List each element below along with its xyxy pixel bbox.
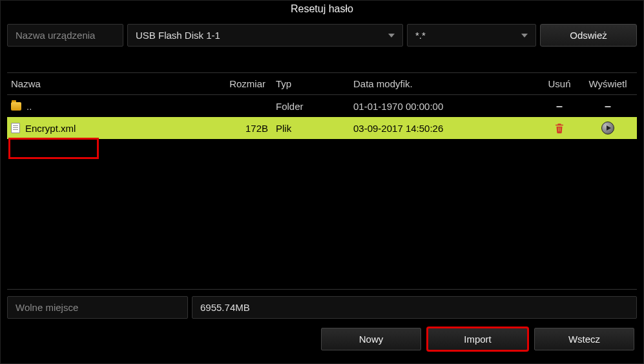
dialog-title: Resetuj hasło: [1, 1, 643, 20]
refresh-button[interactable]: Odswież: [540, 24, 637, 47]
dash-icon: –: [605, 100, 611, 113]
free-space-label: Wolne miejsce: [7, 296, 188, 319]
table-body: .. Folder 01-01-1970 00:00:00 – – Encryp…: [7, 95, 637, 289]
cell-type: Folder: [272, 98, 349, 114]
toolbar: Nazwa urządzenia USB Flash Disk 1-1 *.* …: [1, 20, 643, 50]
free-space-value: 6955.74MB: [192, 296, 637, 319]
col-type[interactable]: Typ: [272, 76, 349, 92]
col-name[interactable]: Nazwa: [7, 76, 201, 92]
back-button[interactable]: Wstecz: [534, 328, 634, 350]
file-filter-dropdown[interactable]: *.*: [407, 24, 536, 47]
col-date[interactable]: Data modyfik.: [349, 76, 537, 92]
chevron-down-icon: [521, 34, 528, 37]
cell-date: 01-01-1970 00:00:00: [349, 98, 537, 114]
play-icon[interactable]: [601, 122, 614, 134]
col-size[interactable]: Rozmiar: [201, 76, 272, 92]
folder-up-icon: [11, 102, 21, 111]
trash-icon[interactable]: [554, 122, 565, 134]
import-button[interactable]: Import: [428, 328, 528, 350]
file-icon: [11, 123, 20, 133]
free-space-row: Wolne miejsce 6955.74MB: [7, 289, 637, 319]
cell-name: Encrypt.xml: [25, 123, 76, 134]
device-dropdown-value: USB Flash Disk 1-1: [136, 30, 220, 41]
cell-size: 172B: [201, 120, 272, 136]
table-header: Nazwa Rozmiar Typ Data modyfik. Usuń Wyś…: [7, 73, 637, 95]
table-row-parent[interactable]: .. Folder 01-01-1970 00:00:00 – –: [7, 95, 637, 117]
file-table: Nazwa Rozmiar Typ Data modyfik. Usuń Wyś…: [7, 72, 637, 289]
table-row-selected[interactable]: Encrypt.xml 172B Plik 03-09-2017 14:50:2…: [7, 117, 637, 139]
footer-buttons: Nowy Import Wstecz: [1, 325, 643, 357]
col-view[interactable]: Wyświetl: [582, 76, 634, 92]
new-button[interactable]: Nowy: [321, 328, 421, 350]
chevron-down-icon: [388, 34, 395, 37]
cell-name: ..: [26, 101, 32, 112]
cell-date: 03-09-2017 14:50:26: [349, 120, 537, 136]
col-delete[interactable]: Usuń: [537, 76, 582, 92]
device-name-label: Nazwa urządzenia: [7, 24, 123, 47]
device-dropdown[interactable]: USB Flash Disk 1-1: [127, 24, 403, 47]
reset-password-dialog: Resetuj hasło Nazwa urządzenia USB Flash…: [0, 0, 644, 364]
cell-type: Plik: [272, 120, 349, 136]
file-filter-value: *.*: [415, 30, 426, 41]
dash-icon: –: [556, 100, 563, 113]
cell-size: [201, 103, 272, 109]
